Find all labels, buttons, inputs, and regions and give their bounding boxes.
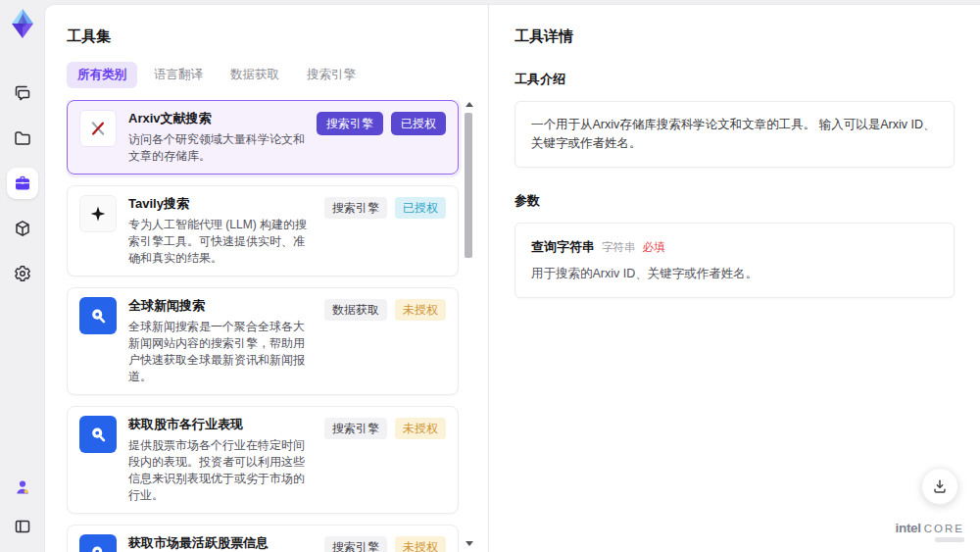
sidebar-item-settings[interactable] bbox=[7, 258, 38, 289]
category-badge: 搜索引擎 bbox=[324, 418, 387, 439]
tool-badges: 搜索引擎未授权 bbox=[324, 536, 446, 552]
sidebar-nav bbox=[7, 77, 38, 289]
tool-badges: 数据获取未授权 bbox=[324, 299, 446, 321]
tool-info: Arxiv文献搜索访问各个研究领域大量科学论文和文章的存储库。 bbox=[128, 110, 305, 165]
param-type: 字符串 bbox=[602, 241, 636, 253]
download-icon bbox=[931, 477, 949, 495]
tool-detail-pane: 工具详情 工具介绍 一个用于从Arxiv存储库搜索科学论文和文章的工具。 输入可… bbox=[488, 5, 980, 552]
sidebar-item-tools[interactable] bbox=[7, 168, 38, 199]
arxiv-icon bbox=[79, 110, 117, 147]
brand-sub-mark bbox=[935, 537, 964, 542]
params-box: 查询字符串字符串必填用于搜索的Arxiv ID、关键字或作者姓名。 bbox=[514, 223, 955, 299]
tool-name: Arxiv文献搜索 bbox=[128, 110, 305, 128]
tab-translate[interactable]: 语言翻译 bbox=[143, 62, 214, 88]
tool-name: 获取股市各行业表现 bbox=[128, 416, 313, 434]
scroll-down-arrow[interactable] bbox=[466, 541, 473, 546]
param-header: 查询字符串字符串必填 bbox=[531, 237, 938, 257]
category-tabs: 所有类别语言翻译数据获取搜索引擎 bbox=[67, 62, 474, 88]
app-root: 工具集 所有类别语言翻译数据获取搜索引擎 Arxiv文献搜索访问各个研究领域大量… bbox=[0, 0, 980, 552]
param-description: 用于搜索的Arxiv ID、关键字或作者姓名。 bbox=[531, 265, 938, 283]
tool-card-arxiv-search[interactable]: Arxiv文献搜索访问各个研究领域大量科学论文和文章的存储库。搜索引擎已授权 bbox=[67, 100, 459, 175]
sidebar-item-models[interactable] bbox=[7, 213, 38, 244]
param-row: 查询字符串字符串必填用于搜索的Arxiv ID、关键字或作者姓名。 bbox=[531, 237, 938, 284]
tab-all[interactable]: 所有类别 bbox=[67, 62, 137, 88]
intel-core-logo: intel CORE bbox=[896, 521, 965, 542]
sidebar-item-collapse[interactable] bbox=[7, 511, 38, 542]
auth-badge: 未授权 bbox=[395, 418, 446, 439]
auth-badge: 未授权 bbox=[395, 536, 446, 552]
intro-heading: 工具介绍 bbox=[514, 71, 955, 88]
sidebar-item-chat[interactable] bbox=[7, 77, 38, 109]
tool-card-global-news-search[interactable]: 全球新闻搜索全球新闻搜索是一个聚合全球各大新闻网站内容的搜索引擎，帮助用户快速获… bbox=[67, 287, 459, 395]
tool-badges: 搜索引擎未授权 bbox=[324, 418, 446, 439]
tool-name: Tavily搜索 bbox=[128, 195, 313, 214]
category-badge: 搜索引擎 bbox=[324, 536, 387, 552]
tool-card-most-active-stocks[interactable]: 获取市场最活跃股票信息提供当天交易量最高的股票列表，投资者可以利用这些信息来识别… bbox=[67, 525, 459, 552]
app-logo-icon bbox=[6, 7, 39, 40]
sidebar-item-files[interactable] bbox=[7, 123, 38, 154]
tool-info: Tavily搜索专为人工智能代理 (LLM) 构建的搜索引擎工具。可快速提供实时… bbox=[128, 195, 313, 267]
tab-search[interactable]: 搜索引擎 bbox=[296, 62, 367, 88]
category-badge: 数据获取 bbox=[324, 299, 387, 321]
gear-icon bbox=[13, 264, 32, 283]
tool-info: 获取股市各行业表现提供股票市场各个行业在特定时间段内的表现。投资者可以利用这些信… bbox=[128, 416, 313, 504]
intel-wordmark: intel bbox=[896, 521, 921, 535]
download-button[interactable] bbox=[921, 468, 958, 505]
scrollbar[interactable] bbox=[464, 100, 474, 552]
tool-intro-text: 一个用于从Arxiv存储库搜索科学论文和文章的工具。 输入可以是Arxiv ID… bbox=[514, 101, 955, 168]
toolset-pane: 工具集 所有类别语言翻译数据获取搜索引擎 Arxiv文献搜索访问各个研究领域大量… bbox=[45, 5, 488, 552]
param-name: 查询字符串 bbox=[531, 239, 595, 254]
tool-info: 获取市场最活跃股票信息提供当天交易量最高的股票列表，投资者可以利用这些信息来识别… bbox=[128, 534, 313, 552]
tool-description: 提供股票市场各个行业在特定时间段内的表现。投资者可以利用这些信息来识别表现优于或… bbox=[128, 437, 313, 504]
core-wordmark: CORE bbox=[924, 523, 964, 534]
main-area: 工具集 所有类别语言翻译数据获取搜索引擎 Arxiv文献搜索访问各个研究领域大量… bbox=[44, 4, 980, 552]
search-app-icon bbox=[79, 297, 117, 334]
scroll-up-arrow[interactable] bbox=[466, 102, 473, 107]
tool-list: Arxiv文献搜索访问各个研究领域大量科学论文和文章的存储库。搜索引擎已授权Ta… bbox=[67, 100, 474, 552]
auth-badge: 已授权 bbox=[391, 112, 446, 135]
param-required-badge: 必填 bbox=[643, 241, 665, 253]
category-badge: 搜索引擎 bbox=[324, 197, 387, 219]
tool-badges: 搜索引擎已授权 bbox=[324, 197, 446, 219]
tool-name: 全球新闻搜索 bbox=[128, 297, 313, 316]
tool-description: 全球新闻搜索是一个聚合全球各大新闻网站内容的搜索引擎，帮助用户快速获取全球最新资… bbox=[128, 319, 313, 385]
page-title: 工具集 bbox=[67, 27, 474, 46]
tool-description: 专为人工智能代理 (LLM) 构建的搜索引擎工具。可快速提供实时、准确和真实的结… bbox=[128, 217, 313, 267]
briefcase-icon bbox=[13, 174, 32, 193]
user-icon bbox=[13, 477, 32, 497]
detail-title: 工具详情 bbox=[514, 27, 955, 46]
tool-badges: 搜索引擎已授权 bbox=[317, 112, 446, 135]
tool-info: 全球新闻搜索全球新闻搜索是一个聚合全球各大新闻网站内容的搜索引擎，帮助用户快速获… bbox=[128, 297, 313, 385]
chat-icon bbox=[13, 83, 32, 103]
category-badge: 搜索引擎 bbox=[317, 112, 383, 135]
tool-card-tavily-search[interactable]: Tavily搜索专为人工智能代理 (LLM) 构建的搜索引擎工具。可快速提供实时… bbox=[67, 185, 459, 276]
tool-name: 获取市场最活跃股票信息 bbox=[128, 534, 313, 552]
tool-card-stock-sector-performance[interactable]: 获取股市各行业表现提供股票市场各个行业在特定时间段内的表现。投资者可以利用这些信… bbox=[67, 406, 459, 514]
auth-badge: 已授权 bbox=[395, 197, 446, 219]
sidebar-item-profile[interactable] bbox=[7, 472, 38, 503]
scrollbar-thumb[interactable] bbox=[465, 113, 472, 258]
params-heading: 参数 bbox=[514, 192, 955, 210]
sidebar-bottom bbox=[7, 472, 38, 542]
tab-data[interactable]: 数据获取 bbox=[220, 62, 290, 88]
auth-badge: 未授权 bbox=[395, 299, 446, 321]
search-app-icon bbox=[79, 534, 117, 552]
tool-description: 访问各个研究领域大量科学论文和文章的存储库。 bbox=[128, 131, 305, 165]
search-app-icon bbox=[79, 416, 117, 453]
sidebar bbox=[0, 0, 44, 552]
folder-icon bbox=[13, 128, 32, 148]
cube-icon bbox=[13, 219, 32, 238]
panel-icon bbox=[13, 517, 32, 536]
tavily-icon bbox=[79, 195, 117, 232]
